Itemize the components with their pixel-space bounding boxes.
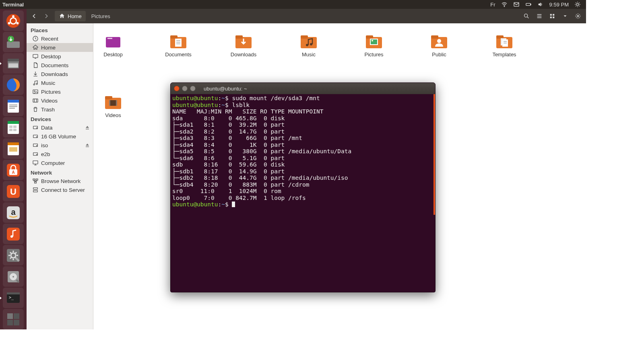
sidebar-item-computer[interactable]: Computer [27, 158, 93, 167]
view-dropdown-button[interactable] [559, 10, 572, 22]
folder-icon [364, 32, 384, 50]
sidebar-item-browse-network[interactable]: Browse Network [27, 177, 93, 185]
sidebar-section-network: Network [27, 167, 93, 177]
sidebar-item-videos[interactable]: Videos [27, 96, 93, 105]
folder-desktop[interactable]: Desktop [98, 32, 128, 58]
launcher-ubuntu-one[interactable]: U [3, 181, 24, 202]
sidebar-item-desktop[interactable]: Desktop [27, 52, 93, 61]
location-secondary-label: Pictures [91, 13, 110, 19]
launcher-software-center[interactable]: A [3, 160, 24, 180]
launcher-calc[interactable] [3, 117, 24, 138]
network-icon[interactable] [501, 1, 508, 8]
folder-icon [169, 32, 188, 50]
view-grid-button[interactable] [546, 10, 559, 22]
window-close-button[interactable] [174, 86, 180, 91]
sidebar-item-downloads[interactable]: Downloads [27, 70, 93, 78]
sidebar-item-label: 16 GB Volume [41, 134, 76, 140]
sidebar-item-e2b[interactable]: e2b [27, 150, 93, 158]
folder-videos[interactable]: Videos [98, 93, 128, 118]
keyboard-layout-indicator[interactable]: Fr [490, 2, 495, 8]
svg-point-97 [372, 40, 373, 41]
folder-icon [299, 32, 318, 50]
svg-rect-78 [33, 190, 38, 192]
sidebar-item-label: Connect to Server [41, 187, 85, 193]
forward-button[interactable] [40, 10, 52, 22]
eject-icon[interactable] [85, 143, 90, 148]
svg-point-7 [12, 15, 14, 17]
terminal-scrollbar[interactable] [433, 94, 435, 215]
battery-icon[interactable] [525, 1, 532, 8]
svg-rect-75 [36, 179, 38, 180]
sidebar-item-music[interactable]: Music [27, 78, 93, 87]
folder-documents[interactable]: Documents [163, 32, 193, 58]
folder-templates[interactable]: Templates [489, 32, 519, 58]
search-button[interactable] [520, 10, 533, 22]
sidebar-item-pictures[interactable]: Pictures [27, 87, 93, 96]
window-minimize-button[interactable] [182, 86, 188, 91]
folder-music[interactable]: Music [294, 32, 324, 58]
folder-pictures[interactable]: Pictures [359, 32, 389, 58]
folder-downloads[interactable]: Downloads [229, 32, 258, 58]
svg-rect-48 [7, 313, 13, 319]
terminal-body[interactable]: ubuntu@ubuntu:~$ sudo mount /dev/sda3 /m… [171, 94, 435, 292]
clock[interactable]: 9:59 PM [549, 2, 569, 8]
back-button[interactable] [28, 10, 40, 22]
launcher-writer[interactable] [3, 96, 24, 116]
sidebar-item-iso[interactable]: iso [27, 141, 93, 150]
svg-rect-102 [496, 35, 504, 39]
gear-button[interactable] [572, 10, 584, 22]
folder-label: Desktop [103, 51, 123, 58]
svg-rect-76 [35, 182, 37, 183]
svg-rect-29 [8, 142, 19, 145]
launcher-ubuntu-one-music[interactable] [3, 224, 24, 244]
launcher-workspaces[interactable] [3, 309, 24, 329]
launcher-dash[interactable] [3, 10, 24, 31]
sidebar-item-documents[interactable]: Documents [27, 61, 93, 70]
launcher-settings[interactable] [3, 245, 24, 265]
sidebar-item-label: Trash [41, 107, 55, 113]
launcher-impress[interactable] [3, 138, 24, 159]
session-icon[interactable] [574, 1, 581, 8]
svg-rect-53 [550, 14, 552, 16]
launcher-install[interactable] [3, 32, 24, 52]
launcher-files[interactable] [3, 53, 24, 74]
svg-point-70 [37, 146, 37, 146]
eject-icon[interactable] [85, 125, 90, 130]
folder-public[interactable]: Public [424, 32, 454, 58]
svg-text:>_: >_ [9, 295, 14, 300]
svg-point-44 [12, 276, 14, 278]
sidebar-item-recent[interactable]: Recent [27, 34, 93, 43]
window-maximize-button[interactable] [190, 86, 196, 91]
launcher-amazon[interactable]: a [3, 202, 24, 223]
launcher-firefox[interactable] [3, 74, 24, 95]
sidebar-item-label: iso [41, 142, 48, 148]
svg-rect-90 [301, 35, 308, 39]
launcher-disks[interactable] [3, 266, 24, 287]
sidebar-item-label: Downloads [41, 71, 68, 77]
terminal-window[interactable]: ubuntu@ubuntu: ~ ubuntu@ubuntu:~$ sudo m… [170, 82, 436, 292]
sidebar-item-trash[interactable]: Trash [27, 105, 93, 114]
terminal-titlebar[interactable]: ubuntu@ubuntu: ~ [171, 83, 435, 94]
location-home[interactable]: Home [55, 11, 86, 21]
folder-label: Templates [492, 51, 516, 58]
sound-icon[interactable] [537, 1, 544, 8]
launcher-terminal[interactable]: >_ [3, 288, 24, 308]
view-list-button[interactable] [533, 10, 546, 22]
svg-point-68 [37, 137, 37, 137]
menubar: Terminal Fr 9:59 PM [0, 0, 586, 9]
svg-rect-88 [235, 35, 243, 39]
svg-point-4 [576, 3, 578, 5]
sidebar-item-data[interactable]: Data [27, 123, 93, 132]
sidebar-item-16-gb-volume[interactable]: 16 GB Volume [27, 132, 93, 141]
folder-label: Public [432, 51, 446, 58]
sidebar-item-label: Recent [41, 36, 58, 42]
location-pictures[interactable]: Pictures [88, 11, 114, 21]
folder-label: Documents [165, 51, 192, 58]
svg-rect-80 [107, 38, 112, 39]
messaging-icon[interactable] [513, 1, 520, 8]
sidebar-item-home[interactable]: Home [27, 43, 93, 52]
svg-point-63 [34, 91, 35, 92]
unity-launcher: AUa>_ [0, 9, 27, 329]
svg-point-72 [37, 154, 37, 155]
sidebar-item-connect-to-server[interactable]: Connect to Server [27, 185, 93, 194]
